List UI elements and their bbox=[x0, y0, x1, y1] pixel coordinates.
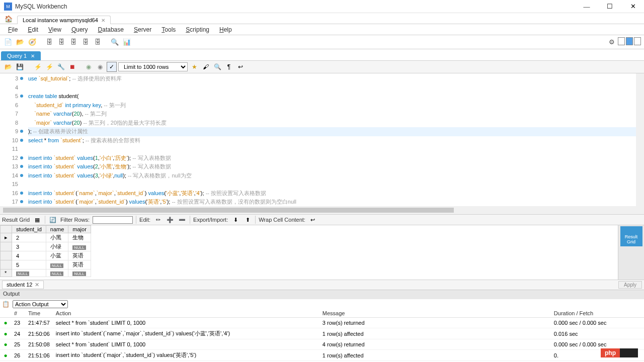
result-side-panel: Result Grid bbox=[618, 225, 644, 280]
invisible-icon[interactable]: ¶ bbox=[224, 62, 234, 72]
result-toolbar: Result Grid ▦ 🔄 Filter Rows: Edit: ✏ ➕ ➖… bbox=[0, 214, 644, 225]
star-icon[interactable]: ★ bbox=[189, 62, 199, 72]
inspector-icon[interactable]: 🧭 bbox=[27, 37, 37, 47]
editor-toolbar: 📂 💾 ⚡ ⚡ 🔧 ⏹ ◉ ◉ ✓ Limit to 1000 rows ★ 🖌… bbox=[0, 60, 644, 73]
output-header: Output bbox=[0, 290, 644, 299]
execute-current-icon[interactable]: ⚡ bbox=[44, 62, 54, 72]
beautify-icon[interactable]: 🖌 bbox=[201, 62, 211, 72]
menu-query[interactable]: Query bbox=[66, 25, 93, 34]
export-icon[interactable]: ⬇ bbox=[231, 215, 240, 224]
rollback-icon[interactable]: ◉ bbox=[95, 62, 105, 72]
app-title: MySQL Workbench bbox=[15, 3, 67, 10]
save-icon[interactable]: 💾 bbox=[15, 62, 25, 72]
menubar: FileEditViewQueryDatabaseServerToolsScri… bbox=[0, 24, 644, 35]
output-type-row: 📋 Action Output bbox=[0, 299, 644, 309]
close-button[interactable]: ✕ bbox=[626, 2, 640, 12]
titlebar: M MySQL Workbench — ☐ ✕ bbox=[0, 0, 644, 13]
wrap-cell-icon[interactable]: ↩ bbox=[308, 215, 317, 224]
apply-button[interactable]: Apply bbox=[618, 281, 642, 289]
dashboard-icon[interactable]: 📊 bbox=[122, 37, 132, 47]
view-left-toggle[interactable] bbox=[618, 37, 625, 45]
close-tab-icon[interactable]: ✕ bbox=[101, 18, 105, 23]
maximize-button[interactable]: ☐ bbox=[603, 2, 617, 12]
filter-icon[interactable]: 🔄 bbox=[48, 215, 57, 224]
gear-icon[interactable]: ⚙ bbox=[607, 37, 617, 47]
app-icon: M bbox=[4, 3, 12, 11]
code-area[interactable]: use `sql_tutorial`; -- 选择使用的资料库 create t… bbox=[28, 73, 636, 206]
new-sql-icon[interactable]: 📄 bbox=[3, 37, 13, 47]
limit-rows-select[interactable]: Limit to 1000 rows bbox=[118, 62, 188, 71]
wrap-icon[interactable]: ↩ bbox=[235, 62, 246, 72]
view-mid-toggle[interactable] bbox=[626, 37, 633, 45]
menu-file[interactable]: File bbox=[3, 25, 23, 34]
editor-vscroll[interactable] bbox=[636, 73, 644, 206]
php-badge: php bbox=[601, 348, 620, 357]
open-file-icon[interactable]: 📂 bbox=[3, 62, 13, 72]
editor-hscroll[interactable] bbox=[0, 206, 644, 214]
filter-input[interactable] bbox=[93, 216, 133, 224]
output-type-select[interactable]: Action Output bbox=[13, 300, 68, 308]
open-sql-icon[interactable]: 📂 bbox=[15, 37, 25, 47]
dark-badge bbox=[620, 348, 638, 357]
db-icon-5[interactable]: 🗄 bbox=[93, 37, 103, 47]
db-icon-4[interactable]: 🗄 bbox=[80, 37, 91, 47]
db-icon-2[interactable]: 🗄 bbox=[56, 37, 66, 47]
execute-icon[interactable]: ⚡ bbox=[33, 62, 43, 72]
result-tab[interactable]: student 12 ✕ bbox=[2, 281, 44, 289]
menu-server[interactable]: Server bbox=[129, 25, 156, 34]
db-icon-3[interactable]: 🗄 bbox=[68, 37, 78, 47]
result-grid-wrap[interactable]: student_idnamemajor▸2小黑生物3小绿NULL4小蓝英语5NU… bbox=[0, 225, 618, 280]
result-tabs: student 12 ✕ Apply bbox=[0, 280, 644, 290]
connection-tab[interactable]: Local instance wampmysqld64 ✕ bbox=[17, 16, 111, 24]
explain-icon[interactable]: 🔧 bbox=[56, 62, 66, 72]
menu-database[interactable]: Database bbox=[93, 25, 129, 34]
filter-rows-label: Filter Rows: bbox=[60, 217, 90, 223]
sql-editor[interactable]: 34567891011121314151617 use `sql_tutoria… bbox=[0, 73, 644, 206]
minimize-button[interactable]: — bbox=[580, 2, 594, 12]
home-icon[interactable]: 🏠 bbox=[2, 14, 15, 24]
import-icon[interactable]: ⬆ bbox=[243, 215, 252, 224]
result-grid-side-button[interactable]: Result Grid bbox=[620, 226, 642, 246]
menu-edit[interactable]: Edit bbox=[23, 25, 43, 34]
main-toolbar: 📄 📂 🧭 🗄 🗄 🗄 🗄 🗄 🔍 📊 ⚙ bbox=[0, 35, 644, 49]
result-area: student_idnamemajor▸2小黑生物3小绿NULL4小蓝英语5NU… bbox=[0, 225, 644, 280]
search-icon[interactable]: 🔍 bbox=[110, 37, 120, 47]
output-icon[interactable]: 📋 bbox=[2, 301, 10, 308]
menu-help[interactable]: Help bbox=[214, 25, 237, 34]
export-label: Export/Import: bbox=[193, 217, 228, 223]
edit-label: Edit: bbox=[139, 217, 150, 223]
close-result-icon[interactable]: ✕ bbox=[35, 282, 39, 288]
autocommit-icon[interactable]: ✓ bbox=[107, 62, 117, 72]
delete-row-icon[interactable]: ➖ bbox=[178, 215, 187, 224]
window-controls: — ☐ ✕ bbox=[580, 2, 640, 12]
query-tab-label: Query 1 bbox=[7, 53, 27, 59]
stop-icon[interactable]: ⏹ bbox=[67, 62, 77, 72]
connection-tab-row: 🏠 Local instance wampmysqld64 ✕ bbox=[0, 13, 644, 24]
menu-view[interactable]: View bbox=[43, 25, 66, 34]
menu-scripting[interactable]: Scripting bbox=[181, 25, 214, 34]
wrap-label: Wrap Cell Content: bbox=[259, 217, 305, 223]
db-icon[interactable]: 🗄 bbox=[44, 37, 54, 47]
query-tab[interactable]: Query 1 ✕ bbox=[1, 51, 41, 60]
connection-tab-label: Local instance wampmysqld64 bbox=[23, 17, 98, 23]
watermark: php bbox=[601, 348, 638, 357]
edit-icon[interactable]: ✏ bbox=[153, 215, 163, 224]
result-tab-label: student 12 bbox=[7, 282, 32, 288]
query-tabs: Query 1 ✕ bbox=[0, 49, 644, 60]
close-query-icon[interactable]: ✕ bbox=[31, 53, 35, 59]
line-gutter: 34567891011121314151617 bbox=[0, 73, 21, 206]
find-icon[interactable]: 🔍 bbox=[212, 62, 222, 72]
commit-icon[interactable]: ◉ bbox=[84, 62, 94, 72]
output-list[interactable]: #TimeActionMessageDuration / Fetch●2321:… bbox=[0, 309, 644, 362]
add-row-icon[interactable]: ➕ bbox=[166, 215, 175, 224]
menu-tools[interactable]: Tools bbox=[156, 25, 181, 34]
view-right-toggle[interactable] bbox=[634, 37, 641, 45]
result-grid[interactable]: student_idnamemajor▸2小黑生物3小绿NULL4小蓝英语5NU… bbox=[0, 225, 91, 277]
grid-view-icon[interactable]: ▦ bbox=[33, 215, 42, 224]
result-grid-label: Result Grid bbox=[2, 217, 30, 223]
